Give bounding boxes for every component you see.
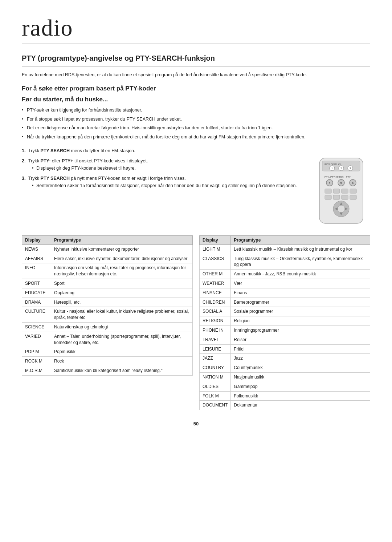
right-col1-header: Display: [200, 235, 231, 244]
before-start-bullets: PTY-søk er kun tilgjengelig for forhånds…: [22, 107, 370, 141]
programtype-cell: Finans: [231, 288, 370, 298]
programtype-cell: Jazz: [231, 354, 370, 363]
svg-rect-17: [333, 189, 340, 193]
intro-text: En av fordelene med RDS-tjenesten, er at…: [22, 72, 370, 78]
display-cell: POP M: [22, 347, 51, 357]
display-cell: TRAVEL: [200, 335, 231, 344]
step-3: Trykk PTY SEARCH på nytt mens PTY-koden …: [22, 175, 305, 189]
programtype-cell: Vær: [231, 279, 370, 288]
programtype-cell: Tung klassisk musikk – Orkestermusikk, s…: [231, 254, 370, 270]
programtype-cell: Annet – Taler, underholdning (spørreprog…: [51, 332, 193, 347]
table-row: LIGHT MLett klassisk musikk – Klassisk m…: [200, 244, 370, 254]
table-row: COUNTRYCountrymusikk: [200, 363, 370, 373]
display-cell: SPORT: [22, 279, 51, 288]
table-row: CLASSICSTung klassisk musikk – Orkesterm…: [200, 254, 370, 270]
table-row: EDUCATEOpplæring: [22, 288, 193, 298]
table-row: RELIGIONReligion: [200, 316, 370, 326]
table-row: INFOInformasjon om vekt og mål, resultat…: [22, 263, 193, 279]
table-row: AFFAIRSFlere saker, inklusive nyheter, d…: [22, 254, 193, 263]
right-table-container: Display Programtype LIGHT MLett klassisk…: [199, 235, 370, 410]
steps-column: Trykk PTY SEARCH mens du lytter til en F…: [22, 147, 305, 192]
programtype-cell: Lett klassisk musikk – Klassisk musikk o…: [231, 244, 370, 254]
bullet-item: Når du trykker knappene på den primære f…: [22, 134, 370, 141]
programtype-cell: Barneprogrammer: [231, 298, 370, 307]
svg-rect-22: [342, 195, 348, 199]
left-col1-header: Display: [22, 235, 51, 244]
display-cell: M.O.R.M: [22, 366, 51, 375]
steps-list: Trykk PTY SEARCH mens du lytter til en F…: [22, 147, 305, 189]
table-row: TRAVELReiser: [200, 335, 370, 344]
programtype-cell: Opplæring: [51, 288, 193, 298]
left-pty-table: Display Programtype NEWSNyheter inklusiv…: [22, 235, 193, 376]
table-row: SOCIAL ASosiale programmer: [200, 307, 370, 316]
svg-rect-23: [350, 195, 356, 199]
display-cell: CHILDREN: [200, 298, 231, 307]
programtype-cell: Fritid: [231, 344, 370, 354]
left-col2-header: Programtype: [51, 235, 193, 244]
programtype-cell: Folkemusikk: [231, 391, 370, 401]
programtype-cell: Reiser: [231, 335, 370, 344]
table-row: FOLK MFolkemusikk: [200, 391, 370, 401]
svg-rect-18: [342, 189, 348, 193]
programtype-cell: Rock: [51, 357, 193, 366]
table-row: SCIENCENaturvitenskap og teknologi: [22, 322, 193, 332]
display-cell: ROCK M: [22, 357, 51, 366]
remote-image: RDS DISPLAY 1 2 3 PTY- PTY SEARCH PTY + …: [312, 147, 370, 228]
table-row: OLDIESGammelpop: [200, 382, 370, 391]
display-cell: DRAMA: [22, 298, 51, 307]
table-row: CHILDRENBarneprogrammer: [200, 298, 370, 307]
sub-title-2: Før du starter, må du huske...: [22, 96, 370, 103]
left-table-container: Display Programtype NEWSNyheter inklusiv…: [22, 235, 193, 410]
svg-text:6: 6: [352, 181, 354, 185]
programtype-cell: Annen musikk - Jazz, R&B country-musikk: [231, 270, 370, 279]
programtype-cell: Gammelpop: [231, 382, 370, 391]
table-row: NEWSNyheter inklusive kommentarer og rap…: [22, 244, 193, 254]
step-2-bullet: Displayet gir deg PTY-kodene beskrevet t…: [32, 165, 305, 172]
pty-tables: Display Programtype NEWSNyheter inklusiv…: [22, 235, 370, 410]
table-row: POP MPopmusikk: [22, 347, 193, 357]
display-cell: LIGHT M: [200, 244, 231, 254]
display-cell: AFFAIRS: [22, 254, 51, 263]
svg-text:3: 3: [350, 167, 351, 170]
svg-rect-20: [325, 195, 331, 199]
display-cell: FOLK M: [200, 391, 231, 401]
table-row: ROCK MRock: [22, 357, 193, 366]
programtype-cell: Countrymusikk: [231, 363, 370, 373]
programtype-cell: Samtidsmusikk kan bli kategorisert som "…: [51, 366, 193, 375]
table-row: CULTUREKultur - nasjonal eller lokal kul…: [22, 307, 193, 323]
display-cell: JAZZ: [200, 354, 231, 363]
sub-title-1: For å søke etter program basert på PTY-k…: [22, 85, 370, 92]
display-cell: COUNTRY: [200, 363, 231, 373]
svg-text:1: 1: [331, 167, 333, 170]
table-row: DOCUMENTDokumentar: [200, 401, 370, 410]
svg-text:4: 4: [329, 181, 331, 185]
main-section-title: PTY (programtype)-angivelse og PTY-SEARC…: [22, 54, 370, 62]
display-cell: FINANCE: [200, 288, 231, 298]
display-cell: EDUCATE: [22, 288, 51, 298]
table-row: JAZZJazz: [200, 354, 370, 363]
page-title: radio: [22, 15, 370, 44]
right-col2-header: Programtype: [231, 235, 370, 244]
programtype-cell: Sport: [51, 279, 193, 288]
display-cell: DOCUMENT: [200, 401, 231, 410]
display-cell: WEATHER: [200, 279, 231, 288]
remote-svg: RDS DISPLAY 1 2 3 PTY- PTY SEARCH PTY + …: [312, 147, 370, 227]
display-cell: NATION M: [200, 372, 231, 382]
programtype-cell: Hørespill, etc.: [51, 298, 193, 307]
svg-rect-21: [333, 195, 340, 199]
display-cell: SCIENCE: [22, 322, 51, 332]
table-row: NATION MNasjonalmusikk: [200, 372, 370, 382]
bullet-item: For å stoppe søk i løpet av prosessen, t…: [22, 116, 370, 123]
display-cell: VARIED: [22, 332, 51, 347]
display-cell: INFO: [22, 263, 51, 279]
svg-text:2: 2: [340, 167, 342, 170]
svg-text:RDS DISPLAY: RDS DISPLAY: [324, 163, 341, 166]
bullet-item: Det er en tidsgrense når man foretar føl…: [22, 125, 370, 132]
step-2-subbullets: Displayet gir deg PTY-kodene beskrevet t…: [28, 165, 305, 172]
display-cell: SOCIAL A: [200, 307, 231, 316]
table-row: LEISUREFritid: [200, 344, 370, 354]
programtype-cell: Kultur - nasjonal eller lokal kultur, in…: [51, 307, 193, 323]
svg-text:5: 5: [340, 181, 342, 185]
svg-rect-16: [325, 189, 331, 193]
step-2: Trykk PTY- eller PTY+ til ønsket PTY-kod…: [22, 157, 305, 172]
